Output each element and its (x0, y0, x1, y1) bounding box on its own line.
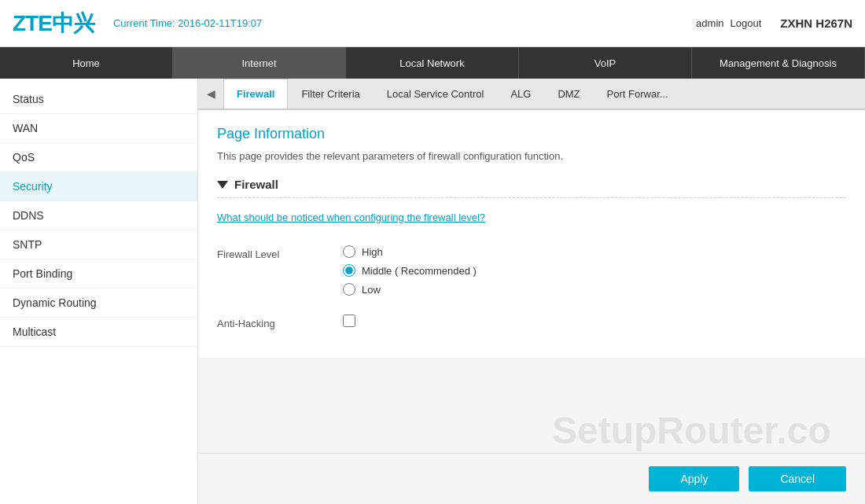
firewall-level-label: Firewall Level (217, 245, 343, 260)
radio-low-input[interactable] (343, 283, 355, 296)
header-right: admin Logout ZXHN H267N (696, 17, 852, 30)
firewall-level-control: High Middle ( Recommended ) Low (343, 245, 846, 296)
logout-link[interactable]: Logout (731, 17, 762, 29)
sidebar-item-wan[interactable]: WAN (0, 114, 197, 143)
anti-hacking-label: Anti-Hacking (217, 315, 343, 329)
radio-high-label: High (362, 246, 383, 258)
content-inner: Page Information This page provides the … (198, 110, 865, 358)
cancel-button[interactable]: Cancel (749, 466, 846, 491)
nav-voip[interactable]: VoIP (519, 47, 692, 79)
current-time: Current Time: 2016-02-11T19:07 (113, 17, 696, 29)
sidebar-item-port-binding[interactable]: Port Binding (0, 259, 197, 289)
radio-high-input[interactable] (343, 245, 355, 258)
tab-alg[interactable]: ALG (497, 79, 544, 109)
main-layout: Status WAN QoS Security DDNS SNTP Port B… (0, 79, 865, 504)
logo: ZTE中兴 (13, 9, 94, 39)
apply-button[interactable]: Apply (649, 466, 739, 491)
tab-firewall[interactable]: Firewall (223, 79, 288, 109)
section-header: Firewall (217, 178, 846, 198)
device-name: ZXHN H267N (780, 17, 852, 30)
tab-port-forward[interactable]: Port Forwar... (594, 79, 682, 109)
sidebar-item-sntp[interactable]: SNTP (0, 230, 197, 259)
footer-buttons: Apply Cancel (198, 453, 865, 504)
firewall-form: Firewall Level High Middle ( Recommended… (217, 239, 846, 336)
sidebar-item-status[interactable]: Status (0, 85, 197, 114)
radio-middle[interactable]: Middle ( Recommended ) (343, 264, 846, 277)
header: ZTE中兴 Current Time: 2016-02-11T19:07 adm… (0, 0, 865, 47)
section-title: Firewall (234, 178, 278, 191)
page-title: Page Information (217, 126, 846, 142)
tab-local-service-control[interactable]: Local Service Control (374, 79, 498, 109)
firewall-notice-link[interactable]: What should be noticed when configuring … (217, 212, 485, 223)
sidebar-item-multicast[interactable]: Multicast (0, 318, 197, 347)
page-content: Page Information This page provides the … (198, 110, 865, 358)
content-area: ◀ Firewall Filter Criteria Local Service… (198, 79, 865, 504)
radio-high[interactable]: High (343, 245, 846, 258)
anti-hacking-checkbox-label[interactable] (343, 315, 846, 327)
sidebar: Status WAN QoS Security DDNS SNTP Port B… (0, 79, 198, 504)
radio-low[interactable]: Low (343, 283, 846, 296)
sidebar-item-security[interactable]: Security (0, 172, 197, 201)
sidebar-item-qos[interactable]: QoS (0, 143, 197, 172)
radio-low-label: Low (362, 284, 381, 296)
admin-link[interactable]: admin (696, 17, 723, 29)
sidebar-item-dynamic-routing[interactable]: Dynamic Routing (0, 289, 197, 318)
anti-hacking-control (343, 315, 846, 327)
main-nav: Home Internet Local Network VoIP Managem… (0, 47, 865, 79)
section-triangle-icon (217, 181, 228, 189)
sidebar-item-ddns[interactable]: DDNS (0, 201, 197, 230)
anti-hacking-checkbox[interactable] (343, 315, 355, 327)
nav-internet[interactable]: Internet (173, 47, 346, 79)
nav-management[interactable]: Management & Diagnosis (692, 47, 865, 79)
tab-filter-criteria[interactable]: Filter Criteria (288, 79, 373, 109)
firewall-level-row: Firewall Level High Middle ( Recommended… (217, 239, 846, 302)
logo-text: ZTE中兴 (13, 9, 94, 39)
nav-local-network[interactable]: Local Network (346, 47, 519, 79)
tabs-bar: ◀ Firewall Filter Criteria Local Service… (198, 79, 865, 110)
tab-back-button[interactable]: ◀ (201, 84, 220, 103)
nav-home[interactable]: Home (0, 47, 173, 79)
current-time-label: Current Time: (113, 17, 175, 29)
anti-hacking-row: Anti-Hacking (217, 308, 846, 336)
radio-middle-input[interactable] (343, 264, 355, 277)
radio-middle-label: Middle ( Recommended ) (362, 265, 477, 277)
tab-dmz[interactable]: DMZ (544, 79, 593, 109)
watermark: SetupRouter.co (552, 409, 831, 452)
page-description: This page provides the relevant paramete… (217, 150, 846, 162)
current-time-value: 2016-02-11T19:07 (178, 17, 262, 29)
